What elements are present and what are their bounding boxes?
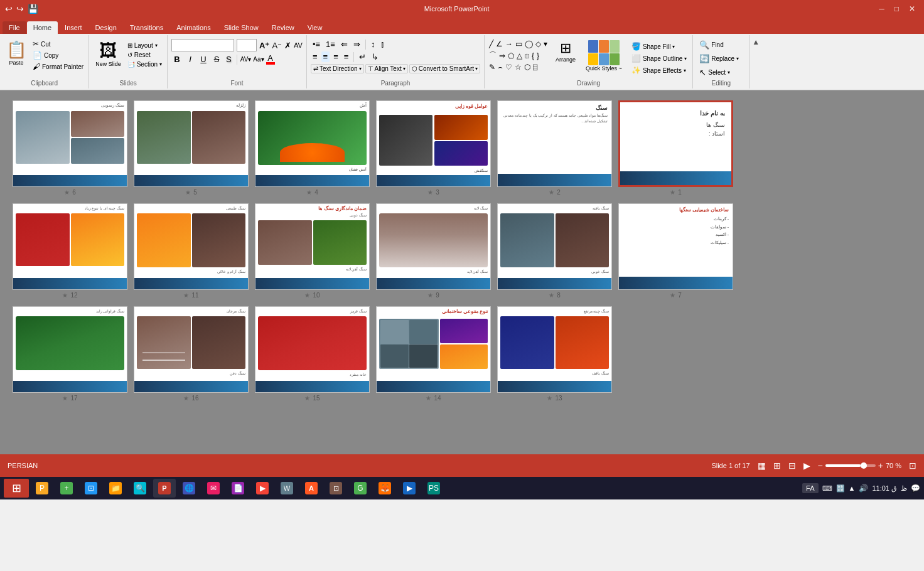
taskbar-keyboard-icon[interactable]: ⌨ [822,484,832,493]
bold-button[interactable]: B [171,53,183,65]
redo-icon[interactable]: ↪ [16,4,24,14]
start-button[interactable]: ⊞ [4,479,29,498]
taskbar-icon-16[interactable]: PS [422,479,445,498]
slide-item-1[interactable]: به نام خدا سنگ ها استاد : ★ 1 [618,100,733,196]
slide-item-17[interactable]: سنگ فراوانی زاید ★ 17 [13,306,127,402]
font-color-button[interactable]: A [266,54,275,65]
slide-item-11[interactable]: سنگ طبیعی سنگ آرام و خاکی ★ 11 [134,203,249,299]
layout-button[interactable]: ⊞ Layout ▾ [126,41,163,50]
slide-item-2[interactable]: سنگ سنگ‌ها مواد طبیعی جامد هستند که از ت… [497,100,612,196]
collapse-ribbon-button[interactable]: ▲ [749,35,762,88]
text-spacing-button[interactable]: AV [294,41,303,49]
paste-button[interactable]: 📋 Paste [4,39,29,67]
increase-indent-button[interactable]: ⇒ [352,39,362,50]
slideshow-icon[interactable]: ▶ [803,461,810,471]
tab-file[interactable]: File [3,21,26,34]
shape-arrow-icon[interactable]: → [505,39,513,49]
columns-button[interactable]: ⫿ [379,39,387,50]
slide-item-12[interactable]: سنگ چینه ای با تنوع زیاد ★ 12 [13,203,127,299]
shape-fill-button[interactable]: 🪣 Shape Fill ▾ [630,41,689,51]
taskbar-icon-15[interactable]: ▶ [398,479,421,498]
shape-step-icon[interactable]: ⇒ [498,51,506,61]
cut-button[interactable]: ✂ Cut [31,39,85,49]
slide-item-9[interactable]: سنگ لایه سنگ آهن لایه ★ 9 [376,203,491,299]
normal-view-icon[interactable]: ▦ [758,461,766,471]
shape-curve-icon[interactable]: ⌒ [488,50,497,61]
shape-triangle-icon[interactable]: △ [516,51,523,61]
slide-item-3[interactable]: عوامل فوه زایی سنگفش ★ 3 [376,100,491,196]
copy-button[interactable]: 📄 Copy [31,50,85,60]
tab-design[interactable]: Design [89,21,123,34]
shape-octagon-icon[interactable]: ⬡ [524,62,531,72]
quick-styles-button[interactable]: Quick Styles ~ [583,39,625,73]
text-ltr-button[interactable]: ↳ [370,51,380,62]
taskbar-icon-10[interactable]: W [276,479,298,498]
character-spacing-button[interactable]: AV▾ [240,56,252,63]
tab-view[interactable]: View [301,21,329,34]
shape-more-icon[interactable]: ▾ [543,39,548,49]
taskbar-icon-14[interactable]: 🦊 [373,479,396,498]
maximize-btn[interactable]: □ [891,4,903,13]
taskbar-icon-8[interactable]: 📄 [227,479,249,498]
change-case-button[interactable]: Aa▾ [253,56,264,63]
taskbar-icon-12[interactable]: ⊡ [325,479,347,498]
slide-item-8[interactable]: سنگ بافته سنگ خوبی ★ 8 [497,203,612,299]
strikethrough-button[interactable]: S [211,53,222,65]
format-painter-button[interactable]: 🖌 Format Painter [31,61,85,72]
tab-animations[interactable]: Animations [170,21,217,34]
replace-button[interactable]: 🔄 Replace ▾ [697,53,745,65]
slide-item-15[interactable]: سنگ قرمز خانه منفرد ★ 15 [255,306,370,402]
shape-freeform-icon[interactable]: ✎ [488,62,496,72]
increase-font-button[interactable]: A⁺ [259,41,269,50]
taskbar-notifications-icon[interactable]: 💬 [911,484,920,493]
slide-item-5[interactable]: زلزله ★ 5 [134,100,249,196]
text-rtl-button[interactable]: ↵ [357,51,368,62]
shape-rect-icon[interactable]: ▭ [515,39,523,49]
italic-button[interactable]: I [185,53,196,65]
taskbar-icon-13[interactable]: G [349,479,372,498]
shape-brace-icon[interactable]: { [531,51,535,61]
save-icon[interactable]: 💾 [28,4,38,14]
undo-icon[interactable]: ↩ [5,4,13,14]
slide-item-4[interactable]: آش آتش فشان ★ 4 [255,100,370,196]
font-size-input[interactable] [237,39,257,51]
align-center-button[interactable]: ≡ [321,51,330,62]
slide-item-6[interactable]: سنگ رسوبی ★ 6 [13,100,127,196]
new-slide-button[interactable]: 🖼 New Slide [93,39,124,68]
shape-diamond-icon[interactable]: ◇ [535,39,542,49]
text-direction-button[interactable]: ⇌ Text Direction ▾ [311,64,364,73]
decrease-font-button[interactable]: A⁻ [272,41,282,50]
taskbar-sound-icon[interactable]: 🔊 [859,484,868,493]
slide-item-7[interactable]: ساختمان شیمیایی سنگها - کربنات - سولفات … [618,203,733,299]
shape-arc-icon[interactable]: ⌢ [497,62,503,72]
slide-sorter-icon[interactable]: ⊞ [773,461,781,471]
taskbar-icon-9[interactable]: ▶ [251,479,274,498]
taskbar-language-indicator[interactable]: FA [802,483,818,493]
align-left-button[interactable]: ≡ [311,51,320,62]
bullets-button[interactable]: •≡ [311,39,322,50]
shape-star-icon[interactable]: ☆ [514,62,522,72]
align-right-button[interactable]: ≡ [331,51,340,62]
shape-effects-button[interactable]: ✨ Shape Effects ▾ [630,65,689,75]
zoom-in-button[interactable]: + [878,461,883,471]
taskbar-arrow-up-icon[interactable]: ▲ [849,484,856,492]
taskbar-icon-6[interactable]: 🌐 [178,479,200,498]
taskbar-icon-5[interactable]: 🔍 [129,479,151,498]
underline-button[interactable]: U [198,53,209,65]
line-spacing-button[interactable]: ↕ [369,39,377,50]
arrange-button[interactable]: ⊞ Arrange [553,39,578,64]
tab-transitions[interactable]: Transitions [124,21,169,34]
taskbar-icon-4[interactable]: 📁 [104,479,127,498]
shape-line-icon[interactable]: ╱ [488,39,494,49]
shape-outline-button[interactable]: ⬜ Shape Outline ▾ [630,53,689,63]
taskbar-icon-7[interactable]: ✉ [202,479,225,498]
taskbar-icon-ppt[interactable]: P [153,479,176,498]
tab-slideshow[interactable]: Slide Show [218,21,265,34]
font-name-input[interactable] [171,39,234,51]
zoom-out-button[interactable]: − [818,461,823,471]
numbering-button[interactable]: 1≡ [324,39,337,50]
select-button[interactable]: ↖ Select ▾ [697,67,745,78]
taskbar-icon-11[interactable]: A [300,479,323,498]
align-text-button[interactable]: ⊤ Align Text ▾ [365,64,408,73]
slide-item-16[interactable]: سنگ مرجان سنگ دفن ★ 16 [134,306,249,402]
